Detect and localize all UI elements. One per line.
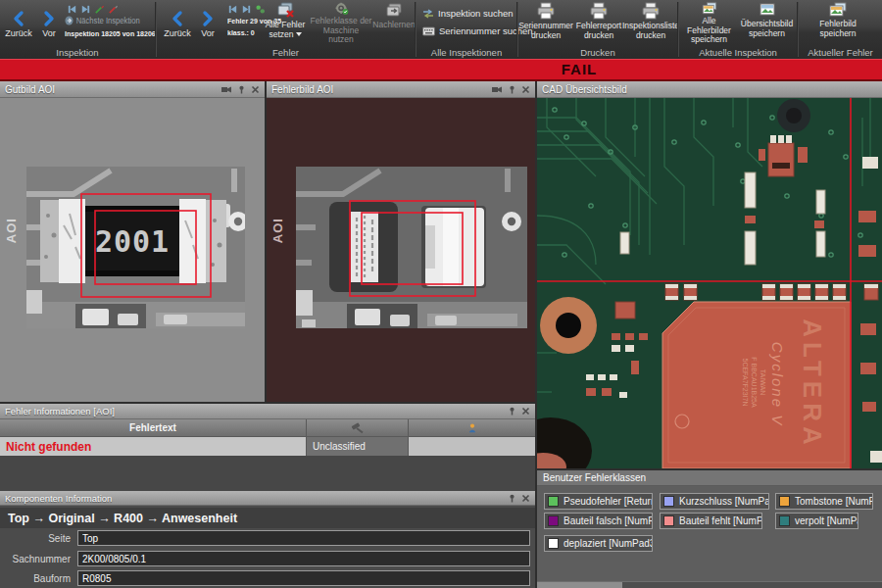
class-button-deplaziert[interactable]: deplaziert [NumPad3] (544, 535, 653, 552)
fpga-chip: ALTERA Cyclone V 5CEFA7F23I7N F BBCAU1B2… (662, 302, 851, 468)
camera-icon[interactable] (491, 85, 503, 94)
gutbild-photo[interactable]: 2001 (26, 167, 245, 328)
next-inspection-button[interactable]: Nächste Inspektion (65, 16, 140, 25)
class-button-bauteil-fehlt[interactable]: Bauteil fehlt [NumPad7] (660, 513, 762, 529)
toolbar-group-fehler: Zurück Vor Fehler 29 von 35 klass.: 0 Al… (157, 0, 415, 59)
group-label-aktuelle-inspektion: Aktuelle Inspektion (679, 47, 797, 58)
klassifikation-cell[interactable]: Unclassified (307, 437, 409, 456)
skip-last-icon[interactable] (241, 4, 252, 15)
group-label-fehler: Fehler (157, 47, 415, 58)
image-icon (758, 2, 777, 18)
class-button-pseudofehler[interactable]: Pseudofehler [Return] (544, 493, 653, 510)
print-report-label: Fehlerreport drucken (573, 22, 624, 40)
fehlerbild-side-label: AOI (270, 218, 285, 243)
sachnummer-label: Sachnummer (0, 554, 75, 564)
pin-icon[interactable] (508, 407, 516, 416)
group-label-drucken: Drucken (518, 47, 677, 58)
inspektion-forward-button[interactable]: Vor (35, 3, 63, 44)
bauform-input[interactable] (77, 570, 530, 586)
fehler-back-button[interactable]: Zurück (161, 3, 194, 44)
gavel-icon (351, 422, 365, 434)
relearn-button[interactable]: Nachlernen (374, 2, 414, 45)
inspektion-back-button[interactable]: Zurück (2, 3, 35, 44)
close-icon[interactable] (251, 85, 260, 94)
fehlerbild-photo[interactable] (296, 167, 527, 328)
close-icon[interactable] (521, 494, 530, 503)
close-icon[interactable] (521, 85, 530, 94)
skip-first-icon[interactable] (227, 4, 238, 15)
keyboard-icon (422, 26, 435, 36)
fehler-forward-button[interactable]: Vor (194, 3, 221, 44)
fehler-table-row[interactable]: Nicht gefunden Unclassified (0, 437, 535, 456)
cad-overview-image[interactable]: ALTERA Cyclone V 5CEFA7F23I7N F BBCAU1B2… (537, 98, 882, 468)
cad-viewport: ALTERA Cyclone V 5CEFA7F23I7N F BBCAU1B2… (537, 98, 882, 468)
seite-label: Seite (0, 533, 75, 544)
fehler-info-titlebar[interactable]: Fehler Informationen [AOI] (0, 404, 535, 419)
seite-input[interactable] (77, 530, 530, 546)
komponenten-titlebar[interactable]: Komponenten Information (0, 491, 535, 506)
fehlertext-cell[interactable]: Nicht gefunden (0, 437, 307, 456)
save-all-error-images-label: Alle Fehlerbilder speichern (681, 17, 737, 45)
skip-first-icon[interactable] (67, 4, 77, 15)
save-overview-image-button[interactable]: Übersichtsbild speichern (739, 2, 795, 45)
edit-pen-green-icon[interactable] (94, 4, 105, 15)
gutbild-titlebar[interactable]: Gutbild AOI (0, 81, 265, 98)
camera-icon[interactable] (220, 85, 232, 94)
pin-icon[interactable] (508, 85, 516, 94)
gutbild-title: Gutbild AOI (5, 84, 55, 95)
class-button-bauteil-falsch[interactable]: Bauteil falsch [NumPad8] (544, 513, 653, 529)
class-button-label: Tombstone [NumPad4] (795, 496, 873, 507)
field-row-sachnummer: Sachnummer (0, 551, 535, 566)
fehlerbild-panel: Fehlerbild AOI AOI (267, 81, 535, 402)
class-button-kurzschluss[interactable]: Kurzschluss [NumPad5] (660, 493, 769, 510)
skip-last-icon[interactable] (80, 4, 91, 15)
toolbar-group-inspektion: Zurück Vor Nächste Inspektion Inspektion… (0, 0, 155, 59)
use-machine-class-button[interactable]: Fehlerklasse der Maschine nutzen (310, 2, 372, 45)
close-icon[interactable] (521, 407, 530, 416)
chip-brand-text: ALTERA (798, 318, 827, 450)
save-error-image-button[interactable]: Fehlerbild speichern (810, 2, 865, 45)
bearbeiter-cell[interactable] (409, 437, 535, 456)
search-inspection-button[interactable]: Inspektion suchen (422, 6, 514, 21)
edit-pen-red-icon[interactable] (108, 4, 119, 15)
pin-icon[interactable] (508, 494, 516, 503)
cad-panel: CAD Übersichtsbild (537, 81, 882, 468)
toolbar-group-aktuelle-inspektion: Alle Fehlerbilder speichern Übersichtsbi… (679, 0, 797, 59)
print-serial-button[interactable]: Seriennummer drucken (520, 2, 571, 45)
class-color-swatch (663, 515, 674, 526)
inspektion-mini-buttons (67, 4, 119, 15)
aoi-verify-window: Zurück Vor Nächste Inspektion Inspektion… (0, 0, 882, 588)
class-button-tombstone[interactable]: Tombstone [NumPad4] (775, 493, 873, 510)
class-button-label: Bauteil falsch [NumPad8] (564, 515, 653, 526)
chevron-right-icon (199, 10, 217, 27)
column-fehlertext[interactable]: Fehlertext (0, 419, 307, 437)
save-all-error-images-button[interactable]: Alle Fehlerbilder speichern (681, 2, 737, 45)
class-button-label: deplaziert [NumPad3] (564, 538, 653, 549)
panel-splitter[interactable] (535, 81, 537, 588)
field-row-bauform: Bauform (0, 570, 535, 586)
images-icon (828, 2, 848, 18)
bottom-tab[interactable] (537, 582, 622, 588)
chip-part-line1: 5CEFA7F23I7N (742, 358, 749, 406)
save-overview-image-label: Übersichtsbild speichern (739, 20, 795, 38)
panel-splitter[interactable] (0, 402, 535, 404)
chevron-right-icon (40, 10, 58, 27)
column-bearbeiter[interactable] (409, 419, 535, 437)
column-klassifikation[interactable] (307, 419, 409, 437)
fehlerbild-titlebar[interactable]: Fehlerbild AOI (267, 81, 535, 98)
sachnummer-input[interactable] (77, 551, 530, 566)
panel-splitter[interactable] (537, 468, 882, 470)
print-list-button[interactable]: Inspektionsliste drucken (624, 2, 677, 45)
toolbar-group-aktueller-fehler: Fehlerbild speichern Aktueller Fehler (799, 0, 882, 59)
komponenten-title: Komponenten Information (5, 493, 112, 504)
panel-splitter[interactable] (265, 81, 267, 402)
pin-icon[interactable] (237, 85, 246, 94)
print-report-button[interactable]: Fehlerreport drucken (573, 2, 624, 45)
chip-part-line2: F BBCAU1B25A (751, 357, 758, 408)
toolbar-group-drucken: Seriennummer drucken Fehlerreport drucke… (518, 0, 677, 59)
fehler-info-panel: Fehler Informationen [AOI] Fehlertext Ni… (0, 404, 535, 456)
cad-titlebar[interactable]: CAD Übersichtsbild (537, 81, 882, 98)
class-button-verpolt[interactable]: verpolt [NumPad2] (775, 513, 858, 529)
set-all-errors-button[interactable]: Alle Fehler setzen (260, 2, 311, 45)
print-list-label: Inspektionsliste drucken (622, 22, 679, 40)
